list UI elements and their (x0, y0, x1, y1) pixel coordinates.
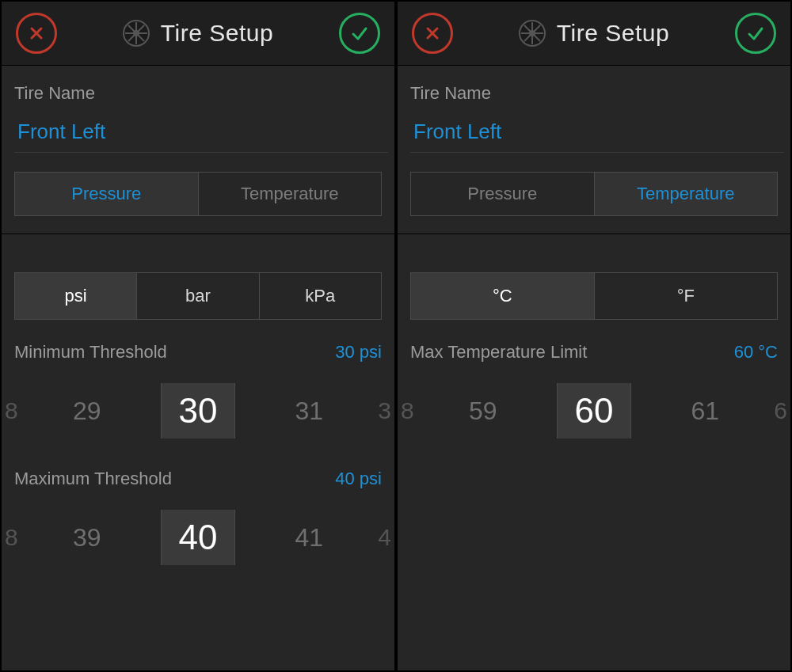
confirm-button[interactable] (339, 13, 380, 54)
picker-tick: 8 (401, 397, 414, 424)
close-icon (423, 24, 442, 43)
header: Tire Setup (398, 2, 790, 66)
tire-name-input[interactable] (14, 115, 388, 153)
max-temp-label: Max Temperature Limit (410, 342, 587, 363)
check-icon (746, 24, 765, 43)
min-threshold-label: Minimum Threshold (14, 342, 167, 363)
cancel-button[interactable] (16, 13, 57, 54)
picker-tick: 8 (5, 397, 18, 424)
min-threshold-value: 30 psi (335, 342, 382, 363)
max-threshold-label: Maximum Threshold (14, 469, 172, 489)
cancel-button[interactable] (412, 13, 453, 54)
tab-switch: Pressure Temperature (410, 172, 778, 216)
title-text: Tire Setup (161, 20, 273, 47)
unit-switch: °C °F (410, 272, 778, 320)
picker-tick: 29 (73, 397, 101, 426)
unit-fahrenheit[interactable]: °F (595, 273, 778, 319)
tire-icon (123, 20, 150, 47)
picker-center: 30 (161, 383, 236, 439)
unit-kpa[interactable]: kPa (260, 273, 381, 319)
close-icon (27, 24, 46, 43)
unit-bar[interactable]: bar (137, 273, 259, 319)
picker-tick: 39 (73, 523, 101, 552)
picker-tick: 6 (774, 397, 787, 424)
picker-tick: 61 (691, 397, 719, 426)
title-text: Tire Setup (557, 20, 669, 47)
page-title: Tire Setup (123, 20, 273, 47)
picker-tick: 59 (469, 397, 497, 426)
picker-center: 40 (161, 510, 236, 565)
unit-celsius[interactable]: °C (411, 273, 595, 319)
unit-switch: psi bar kPa (14, 272, 382, 320)
tab-temperature[interactable]: Temperature (595, 173, 778, 215)
min-threshold-picker[interactable]: 8 29 30 31 3 (2, 375, 394, 446)
tab-switch: Pressure Temperature (14, 172, 382, 216)
panel-pressure: Tire Setup Tire Name Pressure Temperatur… (0, 0, 396, 672)
check-icon (350, 24, 369, 43)
unit-psi[interactable]: psi (15, 273, 137, 319)
panel-temperature: Tire Setup Tire Name Pressure Temperatur… (396, 0, 792, 672)
max-threshold-value: 40 psi (335, 469, 382, 489)
max-temp-picker[interactable]: 8 59 60 61 6 (398, 375, 790, 446)
picker-tick: 41 (295, 523, 323, 552)
picker-tick: 8 (5, 524, 18, 551)
picker-tick: 4 (378, 524, 391, 551)
tab-temperature[interactable]: Temperature (199, 173, 382, 215)
max-temp-value: 60 °C (734, 342, 778, 363)
picker-tick: 31 (295, 397, 323, 426)
tire-icon (519, 20, 546, 47)
tab-pressure[interactable]: Pressure (15, 173, 199, 215)
tab-pressure[interactable]: Pressure (411, 173, 595, 215)
tire-name-input[interactable] (410, 115, 784, 153)
tire-name-label: Tire Name (14, 83, 382, 104)
picker-tick: 3 (378, 397, 391, 424)
max-threshold-picker[interactable]: 8 39 40 41 4 (2, 502, 394, 573)
page-title: Tire Setup (519, 20, 669, 47)
picker-center: 60 (557, 383, 632, 439)
header: Tire Setup (2, 2, 394, 66)
confirm-button[interactable] (735, 13, 776, 54)
tire-name-label: Tire Name (410, 83, 778, 104)
